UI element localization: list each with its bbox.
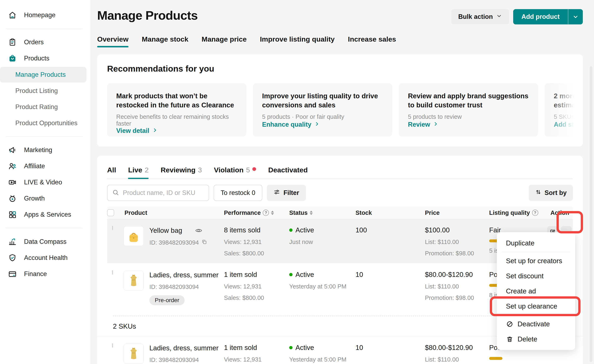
product-id: ID: 398482093094 bbox=[149, 239, 199, 246]
menu-divider bbox=[502, 252, 570, 252]
list-price: List: $110.00 bbox=[425, 356, 489, 363]
tab-live[interactable]: Live2 bbox=[128, 166, 148, 179]
promotion-price: Promotion: $98.00 bbox=[425, 250, 489, 257]
sidebar-item-label: Data Compass bbox=[24, 238, 67, 245]
filter-icon bbox=[273, 189, 280, 197]
recommendations-panel: Recommendations for you Mark products th… bbox=[97, 54, 583, 147]
select-all-checkbox[interactable] bbox=[107, 209, 114, 216]
menu-item-deactivate[interactable]: Deactivate bbox=[497, 316, 575, 332]
sidebar-item-apps-services[interactable]: Apps & Services bbox=[0, 207, 91, 223]
growth-icon bbox=[8, 194, 17, 203]
table-toolbar: To restock 0 Filter Sort by bbox=[107, 185, 573, 201]
view-detail-link[interactable]: View detail bbox=[116, 127, 237, 135]
tab-all[interactable]: All bbox=[107, 166, 116, 179]
list-price: List: $110.00 bbox=[425, 283, 489, 290]
sidebar-item-products[interactable]: Products bbox=[0, 50, 91, 66]
sort-by-button[interactable]: Sort by bbox=[529, 185, 573, 201]
status-badge: Active bbox=[296, 344, 314, 351]
filter-button[interactable]: Filter bbox=[267, 185, 306, 201]
menu-item-set-up-for-creators[interactable]: Set up for creators bbox=[497, 253, 575, 268]
sidebar-item-label: Products bbox=[24, 55, 49, 62]
row-actions-menu: Duplicate Set up for creators Set discou… bbox=[497, 232, 575, 350]
bulk-action-button[interactable]: Bulk action bbox=[451, 9, 509, 24]
tab-manage-price[interactable]: Manage price bbox=[202, 35, 247, 47]
tab-overview[interactable]: Overview bbox=[97, 35, 128, 47]
menu-item-duplicate[interactable]: Duplicate bbox=[497, 235, 575, 251]
menu-item-set-up-clearance[interactable]: Set up clearance bbox=[497, 299, 575, 314]
recommendation-card-add-stock[interactable]: 2 more SKestimated 5 SKUs · To Add stock bbox=[545, 83, 583, 136]
sort-caret-icon[interactable] bbox=[310, 211, 313, 215]
menu-divider bbox=[502, 315, 570, 315]
review-link[interactable]: Review bbox=[408, 121, 529, 128]
sidebar-item-label: Homepage bbox=[24, 11, 55, 19]
live-video-icon bbox=[8, 178, 17, 187]
row-checkbox[interactable] bbox=[112, 270, 113, 275]
tab-manage-stock[interactable]: Manage stock bbox=[142, 35, 188, 47]
trash-icon bbox=[506, 335, 513, 343]
sort-caret-icon[interactable] bbox=[271, 211, 274, 215]
menu-item-create-ad[interactable]: Create ad bbox=[497, 284, 575, 299]
sidebar-item-affiliate[interactable]: Affiliate bbox=[0, 158, 91, 174]
items-sold: 8 items sold bbox=[224, 226, 289, 234]
row-checkbox[interactable] bbox=[112, 343, 113, 348]
search-input[interactable] bbox=[123, 189, 204, 197]
preview-eye-icon[interactable] bbox=[195, 227, 202, 234]
add-product-button[interactable]: Add product bbox=[513, 9, 583, 24]
sidebar-item-account-health[interactable]: Account Health bbox=[0, 250, 91, 266]
search-box[interactable] bbox=[107, 185, 209, 201]
sidebar-item-product-rating[interactable]: Product Rating bbox=[0, 99, 86, 115]
price-value: $80.00-$120.90 bbox=[425, 344, 489, 351]
sidebar-item-label: Orders bbox=[24, 39, 44, 46]
status-time: Yesterday at 5:00 PM bbox=[289, 356, 356, 363]
sidebar-item-live-video[interactable]: LIVE & Video bbox=[0, 174, 91, 190]
apps-icon bbox=[8, 210, 17, 219]
deactivate-icon bbox=[506, 320, 513, 328]
recommendation-card-listing-quality[interactable]: Improve your listing quality to drive co… bbox=[253, 83, 392, 136]
recommendation-card-clearance[interactable]: Mark products that won’t be restocked in… bbox=[107, 83, 246, 136]
tab-deactivated[interactable]: Deactivated bbox=[268, 166, 308, 179]
recommendation-card-brand-suggestions[interactable]: Review and apply brand suggestions to bu… bbox=[399, 83, 538, 136]
chevron-right-icon bbox=[314, 121, 320, 128]
chevron-right-icon bbox=[433, 121, 439, 128]
status-time: Just now bbox=[289, 239, 356, 245]
sidebar: Homepage Orders Products Manage Products… bbox=[0, 0, 91, 364]
tab-increase-sales[interactable]: Increase sales bbox=[348, 35, 396, 47]
menu-item-set-discount[interactable]: Set discount bbox=[497, 268, 575, 284]
active-dot bbox=[289, 228, 293, 232]
product-image-dress bbox=[124, 344, 144, 364]
enhance-quality-link[interactable]: Enhance quality bbox=[262, 121, 383, 128]
tab-reviewing[interactable]: Reviewing3 bbox=[161, 166, 202, 179]
sidebar-item-marketing[interactable]: Marketing bbox=[0, 142, 91, 158]
sales: Sales: $800.00 bbox=[224, 250, 289, 257]
to-restock-button[interactable]: To restock 0 bbox=[214, 185, 262, 201]
sidebar-item-data-compass[interactable]: Data Compass bbox=[0, 234, 91, 250]
help-icon[interactable]: ? bbox=[532, 210, 538, 216]
sidebar-item-label: Growth bbox=[24, 195, 45, 202]
sidebar-item-finance[interactable]: Finance bbox=[0, 266, 91, 282]
sidebar-item-orders[interactable]: Orders bbox=[0, 34, 91, 50]
items-sold: 1 item sold bbox=[224, 271, 289, 279]
products-icon bbox=[8, 54, 17, 63]
add-product-caret[interactable] bbox=[568, 9, 583, 24]
copy-icon[interactable] bbox=[201, 239, 207, 246]
sidebar-item-product-listing[interactable]: Product Listing bbox=[0, 83, 86, 99]
home-icon bbox=[8, 11, 17, 20]
menu-item-delete[interactable]: Delete bbox=[497, 332, 575, 347]
list-price: List: $110.00 bbox=[425, 239, 489, 245]
sidebar-item-product-opportunities[interactable]: Product Opportunities bbox=[0, 115, 86, 131]
sidebar-item-growth[interactable]: Growth bbox=[0, 190, 91, 207]
tab-violation[interactable]: Violation5 bbox=[214, 166, 256, 179]
scrollbar[interactable] bbox=[590, 66, 592, 362]
row-checkbox[interactable] bbox=[112, 226, 113, 230]
sidebar-item-manage-products[interactable]: Manage Products bbox=[0, 67, 86, 83]
views: Views: 12,931 bbox=[224, 356, 289, 363]
status-badge: Active bbox=[296, 226, 314, 234]
chevron-down-icon bbox=[496, 13, 502, 20]
add-stock-link[interactable]: Add stock bbox=[554, 121, 583, 128]
tab-improve-listing-quality[interactable]: Improve listing quality bbox=[260, 35, 335, 47]
help-icon[interactable]: ? bbox=[263, 210, 269, 216]
sidebar-item-homepage[interactable]: Homepage bbox=[0, 7, 91, 23]
views: Views: 12,931 bbox=[224, 283, 289, 290]
megaphone-icon bbox=[8, 145, 17, 155]
recommendations-title: Recommendations for you bbox=[107, 64, 573, 74]
